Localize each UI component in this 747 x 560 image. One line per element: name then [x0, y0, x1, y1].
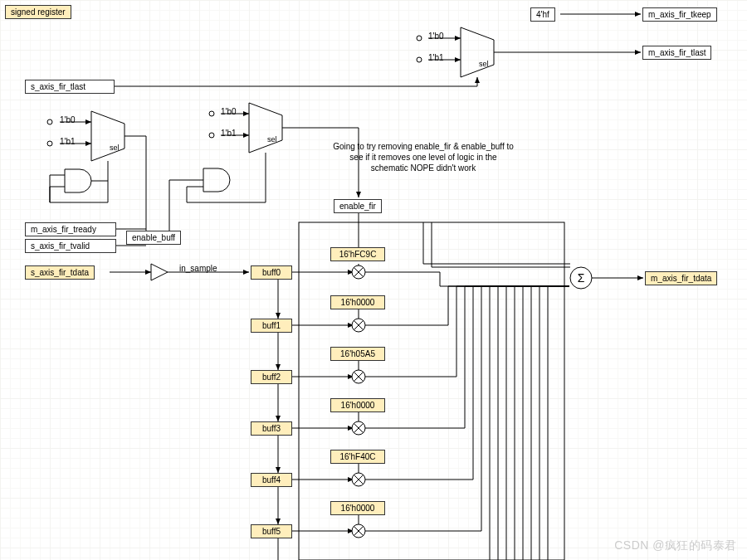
buff3: buff3 — [251, 421, 292, 436]
tap0: 16'hFC9C — [330, 247, 385, 261]
out-tlast: m_axis_fir_tlast — [642, 46, 711, 60]
buff0: buff0 — [251, 265, 292, 280]
svg-text:sel: sel — [110, 144, 120, 152]
buff5: buff5 — [251, 524, 292, 538]
enable-buff: enable_buff — [126, 231, 181, 245]
svg-point-18 — [209, 111, 214, 116]
in-tdata: s_axis_fir_tdata — [25, 265, 95, 280]
const-1b0-c: 1'b0 — [221, 107, 237, 116]
out-tkeep: m_axis_fir_tkeep — [642, 7, 717, 22]
enable-fir: enable_fir — [334, 199, 382, 213]
tap3: 16'h0000 — [330, 398, 385, 412]
title-box: signed register — [5, 5, 71, 19]
buff1: buff1 — [251, 319, 292, 333]
tap5: 16'h0000 — [330, 501, 385, 515]
tap4: 16'hF40C — [330, 450, 385, 464]
svg-text:sel: sel — [479, 60, 489, 68]
svg-point-2 — [417, 36, 422, 41]
sum-symbol: Σ — [578, 271, 585, 285]
in-sample-label: in_sample — [179, 264, 217, 273]
buff4: buff4 — [251, 473, 292, 487]
const-1b0-a: 1'b0 — [428, 32, 444, 41]
const-4hf: 4'hf — [530, 7, 555, 22]
svg-point-20 — [209, 133, 214, 138]
svg-text:sel: sel — [267, 135, 277, 144]
tap1: 16'h0000 — [330, 295, 385, 309]
svg-point-10 — [47, 141, 52, 146]
in-tvalid: s_axis_fir_tvalid — [25, 239, 116, 253]
const-1b1-c: 1'b1 — [221, 129, 237, 138]
in-tready: m_axis_fir_tready — [25, 222, 116, 236]
svg-point-8 — [47, 119, 52, 124]
svg-point-4 — [417, 57, 422, 62]
const-1b0-b: 1'b0 — [60, 115, 76, 124]
out-tdata: m_axis_fir_tdata — [645, 271, 717, 285]
watermark: CSDN @疯狂的码泰君 — [614, 538, 737, 553]
in-tlast: s_axis_fir_tlast — [25, 80, 115, 94]
tap2: 16'h05A5 — [330, 347, 385, 361]
const-1b1-a: 1'b1 — [428, 53, 444, 62]
buff2: buff2 — [251, 370, 292, 384]
comment-note: Going to try removing enable_fir & enabl… — [332, 141, 515, 173]
const-1b1-b: 1'b1 — [60, 137, 76, 146]
